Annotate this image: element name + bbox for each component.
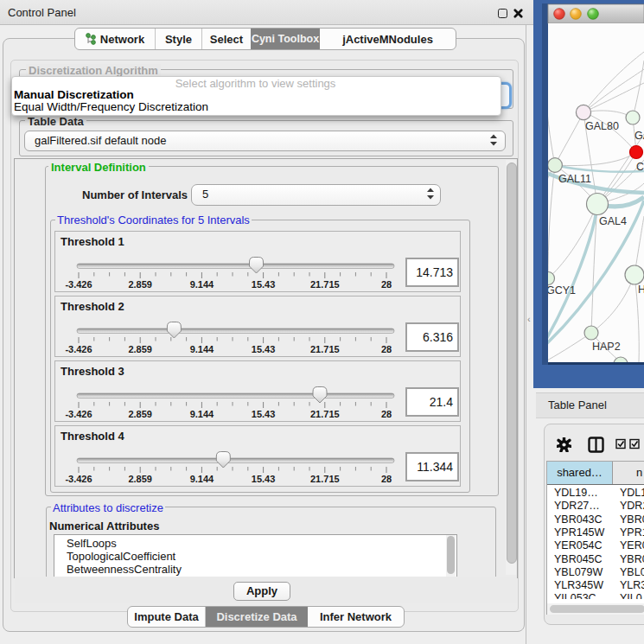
svg-text:9.144: 9.144 bbox=[190, 279, 214, 290]
svg-text:28: 28 bbox=[381, 474, 392, 484]
svg-text:-3.426: -3.426 bbox=[65, 409, 92, 419]
svg-text:GAL80: GAL80 bbox=[585, 120, 619, 132]
svg-text:2.859: 2.859 bbox=[128, 344, 152, 354]
svg-text:28: 28 bbox=[381, 344, 392, 354]
svg-text:15.43: 15.43 bbox=[252, 474, 276, 484]
svg-text:9.144: 9.144 bbox=[190, 474, 214, 484]
svg-text:C: C bbox=[636, 161, 644, 173]
svg-text:21.715: 21.715 bbox=[310, 279, 340, 290]
svg-text:HAP2: HAP2 bbox=[592, 341, 621, 353]
svg-text:GA: GA bbox=[634, 130, 644, 142]
svg-text:9.144: 9.144 bbox=[190, 409, 214, 419]
svg-text:GAL4: GAL4 bbox=[599, 215, 627, 227]
svg-text:-3.426: -3.426 bbox=[65, 474, 92, 484]
svg-text:-3.426: -3.426 bbox=[65, 344, 92, 354]
svg-text:GCY1: GCY1 bbox=[546, 284, 576, 296]
svg-text:28: 28 bbox=[381, 409, 392, 419]
svg-text:2.859: 2.859 bbox=[128, 474, 152, 484]
svg-text:21.715: 21.715 bbox=[310, 344, 340, 354]
svg-text:2.859: 2.859 bbox=[128, 279, 152, 290]
svg-text:GAL11: GAL11 bbox=[558, 173, 591, 185]
svg-text:2.859: 2.859 bbox=[128, 409, 152, 419]
svg-text:15.43: 15.43 bbox=[252, 344, 276, 354]
svg-text:28: 28 bbox=[381, 279, 392, 290]
svg-text:21.715: 21.715 bbox=[310, 474, 340, 484]
svg-text:H: H bbox=[638, 284, 644, 296]
svg-text:15.43: 15.43 bbox=[252, 279, 276, 290]
svg-text:21.715: 21.715 bbox=[310, 409, 340, 419]
svg-text:-3.426: -3.426 bbox=[65, 279, 92, 290]
svg-text:15.43: 15.43 bbox=[252, 409, 276, 419]
svg-text:9.144: 9.144 bbox=[190, 344, 214, 354]
